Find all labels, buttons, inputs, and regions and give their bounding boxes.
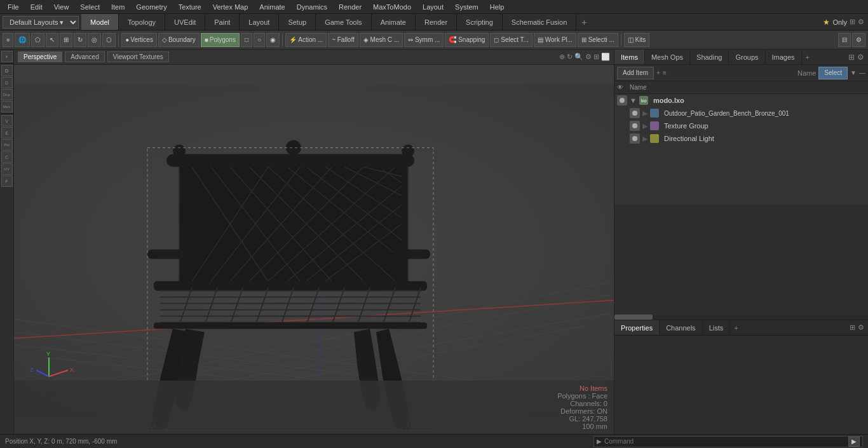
toolbar-lasso[interactable]: ⬠ — [31, 33, 44, 47]
toolbar-boundary[interactable]: ◇ Boundary — [158, 33, 200, 47]
rp-toolbar-icon1[interactable]: + — [656, 69, 660, 76]
item-row-0[interactable]: ▼ lxo modo.lxo — [614, 94, 868, 107]
rp-tab-shading[interactable]: Shading — [690, 50, 729, 64]
rp-bottom-tab-add[interactable]: + — [730, 320, 742, 335]
toolbar-expand[interactable]: ⊟ — [838, 33, 851, 47]
layout-tab-schematic[interactable]: Schematic Fusion — [503, 14, 576, 30]
item-arrow-3[interactable]: ▶ — [642, 135, 648, 143]
rp-bottom-tab-channels[interactable]: Channels — [660, 320, 702, 335]
sidebar-btn-mesh[interactable]: Mes — [1, 101, 13, 112]
toolbar-kits[interactable]: ◫ Kits — [624, 33, 649, 47]
toolbar-mode-toggle[interactable]: ≡ — [3, 33, 13, 47]
sidebar-btn-f[interactable]: F — [1, 175, 13, 187]
toolbar-polygons[interactable]: ■ Polygons — [201, 33, 240, 47]
item-vis-2[interactable] — [630, 121, 640, 131]
add-item-button[interactable]: Add Item — [617, 67, 654, 79]
toolbar-action[interactable]: ⚡ Action ... — [285, 33, 327, 47]
rp-settings-icon[interactable]: ⚙ — [857, 53, 864, 62]
toolbar-falloff[interactable]: ~ Falloff — [328, 33, 358, 47]
sidebar-btn-2[interactable]: D — [1, 77, 13, 88]
layout-tab-setup[interactable]: Setup — [279, 14, 316, 30]
sidebar-btn-c[interactable]: C — [1, 151, 13, 163]
menu-geometry[interactable]: Geometry — [131, 2, 172, 12]
vp-icon-target[interactable]: ⊕ — [559, 53, 565, 61]
menu-system[interactable]: System — [450, 2, 484, 12]
item-vis-3[interactable] — [630, 133, 640, 144]
menu-item[interactable]: Item — [106, 2, 130, 12]
layout-tab-topology[interactable]: Topology — [119, 14, 165, 30]
menu-texture[interactable]: Texture — [173, 2, 207, 12]
menu-help[interactable]: Help — [485, 2, 510, 12]
layout-tab-paint[interactable]: Paint — [205, 14, 240, 30]
command-input[interactable] — [604, 438, 846, 445]
layout-tab-gametools[interactable]: Game Tools — [316, 14, 372, 30]
menu-render[interactable]: Render — [334, 2, 367, 12]
item-vis-1[interactable] — [630, 108, 640, 118]
toolbar-rotate[interactable]: ↻ — [74, 33, 86, 47]
toolbar-symm[interactable]: ⇔ Symm ... — [404, 33, 444, 47]
toolbar-globe[interactable]: 🌐 — [15, 33, 30, 47]
rp-minus-icon[interactable]: — — [859, 69, 865, 76]
toolbar-workpl[interactable]: ▤ Work Pl... — [534, 33, 576, 47]
rp-bottom-tab-properties[interactable]: Properties — [614, 320, 660, 335]
toolbar-pointer[interactable]: ↖ — [46, 33, 58, 47]
vp-tab-perspective[interactable]: Perspective — [18, 51, 62, 62]
toolbar-transform[interactable]: ⊞ — [60, 33, 72, 47]
settings-icon[interactable]: ⚙ — [858, 18, 864, 26]
toolbar-vertices[interactable]: ● Vertices — [121, 33, 157, 47]
rp-bottom-settings[interactable]: ⚙ — [858, 323, 864, 332]
layout-tab-layout[interactable]: Layout — [240, 14, 279, 30]
toolbar-sphere[interactable]: ○ — [254, 33, 265, 47]
menu-animate[interactable]: Animate — [254, 2, 290, 12]
sidebar-toggle[interactable]: ≡ — [1, 51, 13, 62]
layout-tab-add[interactable]: + — [576, 14, 592, 30]
menu-vertexmap[interactable]: Vertex Map — [208, 2, 254, 12]
vp-icon-search[interactable]: 🔍 — [574, 53, 583, 61]
rp-bottom-tab-lists[interactable]: Lists — [703, 320, 731, 335]
menu-edit[interactable]: Edit — [25, 2, 48, 12]
expand-icon[interactable]: ⊞ — [850, 18, 855, 26]
rp-expand-icon[interactable]: ⊞ — [848, 53, 855, 62]
vp-icon-refresh[interactable]: ↻ — [567, 53, 573, 61]
rp-scrollthumb[interactable] — [614, 315, 653, 320]
item-vis-0[interactable] — [617, 95, 627, 105]
menu-view[interactable]: View — [49, 2, 74, 12]
rp-tab-add[interactable]: + — [802, 50, 813, 64]
menu-layout[interactable]: Layout — [417, 2, 449, 12]
sidebar-btn-dup[interactable]: Dup — [1, 89, 13, 100]
item-row-1[interactable]: ▶ Outdoor_Patio_Garden_Bench_Bronze_001 — [614, 107, 868, 119]
item-row-2[interactable]: ▶ Texture Group — [614, 119, 868, 132]
sidebar-btn-e[interactable]: E — [1, 127, 13, 139]
layout-tab-uvedit[interactable]: UVEdit — [165, 14, 205, 30]
layout-select[interactable]: Default Layouts ▾ — [3, 16, 79, 29]
toolbar-selecti[interactable]: ⊞ Selecti ... — [578, 33, 618, 47]
menu-dynamics[interactable]: Dynamics — [292, 2, 332, 12]
sidebar-btn-uv[interactable]: UV — [1, 163, 13, 175]
toolbar-hex[interactable]: ⬡ — [102, 33, 116, 47]
layout-tab-render[interactable]: Render — [416, 14, 457, 30]
toolbar-box[interactable]: □ — [241, 33, 252, 47]
toolbar-settings[interactable]: ⚙ — [852, 33, 865, 47]
rp-tab-items[interactable]: Items — [614, 50, 645, 64]
menu-file[interactable]: File — [3, 2, 24, 12]
viewport-3d[interactable]: X Y Z No Items Polygons : Face Channels:… — [14, 65, 614, 434]
item-arrow-2[interactable]: ▶ — [642, 122, 648, 130]
sidebar-btn-1[interactable]: D — [1, 65, 13, 76]
rp-toolbar-icon2[interactable]: ≡ — [663, 69, 667, 76]
item-row-3[interactable]: ▶ Directional Light — [614, 132, 868, 145]
vp-tab-textures[interactable]: Viewport Textures — [107, 51, 169, 62]
rp-tab-meshops[interactable]: Mesh Ops — [645, 50, 690, 64]
rp-scrollbar[interactable] — [614, 315, 868, 320]
toolbar-meshc[interactable]: ◈ Mesh C ... — [360, 33, 403, 47]
vp-icon-maximize[interactable]: ⬜ — [601, 53, 610, 61]
rp-tab-images[interactable]: Images — [766, 50, 802, 64]
toolbar-snapping[interactable]: 🧲 Snapping — [445, 33, 489, 47]
menu-maxtomodo[interactable]: MaxToModo — [368, 2, 416, 12]
item-arrow-0[interactable]: ▼ — [630, 97, 637, 104]
vp-tab-advanced[interactable]: Advanced — [65, 51, 104, 62]
layout-tab-scripting[interactable]: Scripting — [457, 14, 503, 30]
vp-icon-expand[interactable]: ⊞ — [593, 53, 599, 61]
toolbar-circle[interactable]: ◎ — [88, 33, 101, 47]
toolbar-selectt[interactable]: ◻ Select T... — [490, 33, 532, 47]
rp-bottom-expand[interactable]: ⊞ — [850, 323, 855, 332]
